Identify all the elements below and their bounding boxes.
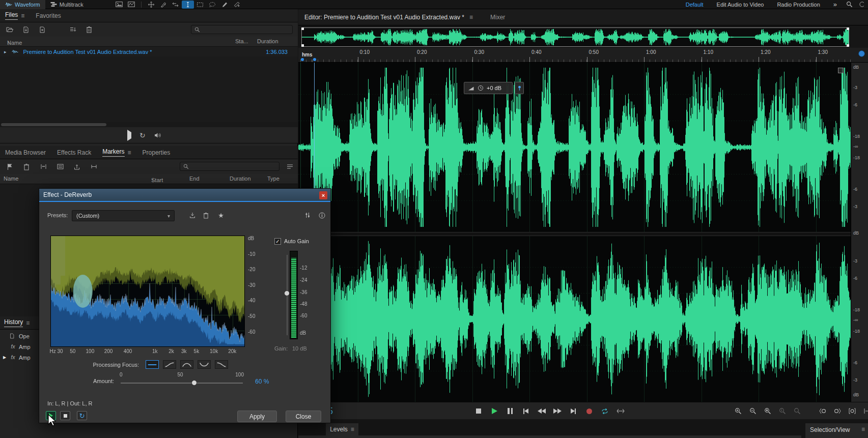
pause-button[interactable] xyxy=(504,405,516,417)
files-search-field[interactable] xyxy=(191,25,293,34)
amplitude-scale[interactable]: dB-3-6-18-∞-18-6-3dB-3-6-18-∞-18-6-3dB xyxy=(851,63,868,402)
move-playhead-to-next-button[interactable] xyxy=(567,405,579,417)
move-tool-button[interactable] xyxy=(145,1,157,9)
dialog-close-button[interactable]: × xyxy=(319,191,327,199)
selection-start-handle[interactable] xyxy=(301,58,304,61)
tab-editor[interactable]: Editor: Premiere to Audition Test v01 Au… xyxy=(304,14,464,21)
zoom-in-left-edge-button[interactable] xyxy=(817,405,829,417)
hud-gain-value[interactable]: +0 dB xyxy=(487,85,501,91)
razor-tool-button[interactable] xyxy=(157,1,170,9)
insert-into-multitrack-button[interactable] xyxy=(67,25,78,34)
waveform-canvas[interactable] xyxy=(298,63,851,402)
workspace-overflow-button[interactable]: » xyxy=(833,1,837,8)
stop-button[interactable] xyxy=(472,405,485,417)
effect-preview-loop-button[interactable]: ↻ xyxy=(77,411,87,420)
zoom-out-amplitude-button[interactable] xyxy=(791,405,803,417)
selection-handle[interactable] xyxy=(847,44,849,47)
paintbrush-selection-tool-button[interactable] xyxy=(218,1,231,9)
tab-favorites[interactable]: Favorites xyxy=(36,9,61,22)
dialog-title-bar[interactable]: Effect - DeReverb xyxy=(39,189,330,202)
auto-play-speaker-button[interactable] xyxy=(154,132,161,138)
delete-preset-button[interactable] xyxy=(201,211,210,220)
focus-all-frequencies-button[interactable] xyxy=(146,360,159,369)
tab-media-browser[interactable]: Media Browser xyxy=(5,146,46,159)
markers-col-end[interactable]: End xyxy=(189,176,200,182)
tab-levels[interactable]: Levels ≡ xyxy=(326,423,358,435)
zoom-to-selection-button[interactable] xyxy=(762,405,774,417)
move-playhead-to-previous-button[interactable] xyxy=(520,405,532,417)
close-button[interactable]: Close xyxy=(286,411,321,422)
new-file-button[interactable] xyxy=(37,25,48,34)
panel-menu-icon[interactable]: ≡ xyxy=(128,149,131,156)
multitrack-view-button[interactable]: Multitrack xyxy=(45,0,89,9)
panel-menu-icon[interactable]: ≡ xyxy=(861,426,865,433)
panel-menu-icon[interactable]: ≡ xyxy=(351,426,354,433)
markers-col-type[interactable]: Type xyxy=(267,176,279,182)
rewind-button[interactable] xyxy=(536,405,548,417)
expand-chevron-icon[interactable]: ▸ xyxy=(4,49,7,54)
focus-low-high-frequencies-button[interactable] xyxy=(198,360,211,369)
files-col-duration[interactable]: Duration xyxy=(257,38,278,44)
tab-history[interactable]: History ≡ xyxy=(4,318,30,327)
zoom-in-button[interactable] xyxy=(732,405,744,417)
panel-menu-icon[interactable]: ≡ xyxy=(21,12,24,19)
files-horizontal-scrollbar[interactable] xyxy=(0,122,298,127)
amount-slider-knob[interactable] xyxy=(191,380,197,386)
play-button[interactable] xyxy=(488,405,500,417)
lasso-selection-tool-button[interactable] xyxy=(206,1,218,9)
markers-col-name[interactable]: Name xyxy=(4,176,18,182)
tab-mixer[interactable]: Mixer xyxy=(490,14,505,21)
hud-pin-button[interactable] xyxy=(515,82,524,94)
export-markers-button[interactable] xyxy=(71,162,82,171)
markers-search-field[interactable] xyxy=(180,162,279,171)
spectral-frequency-toggle-button[interactable] xyxy=(113,1,125,9)
save-preset-button[interactable] xyxy=(188,211,197,220)
time-selection-tool-button[interactable] xyxy=(182,1,194,9)
spectral-pitch-toggle-button[interactable] xyxy=(125,1,137,9)
workspace-edit-audio-to-video-button[interactable]: Edit Audio to Video xyxy=(717,2,764,8)
zoom-out-button[interactable] xyxy=(747,405,759,417)
files-list-empty-area[interactable] xyxy=(0,56,298,122)
playhead-handle[interactable] xyxy=(313,58,316,61)
loop-playback-button[interactable] xyxy=(599,405,611,417)
markers-list-options-button[interactable] xyxy=(284,162,295,171)
markers-search-input[interactable] xyxy=(191,163,276,169)
spot-healing-brush-tool-button[interactable] xyxy=(231,1,243,9)
ruler-options-button[interactable] xyxy=(858,50,865,57)
workspace-radio-production-button[interactable]: Radio Production xyxy=(777,2,820,8)
fast-forward-button[interactable] xyxy=(551,405,564,417)
open-file-button[interactable] xyxy=(4,25,15,34)
merge-markers-button[interactable] xyxy=(38,162,49,171)
amount-slider-track[interactable] xyxy=(121,383,243,384)
selection-handle[interactable] xyxy=(847,27,849,30)
delete-marker-button[interactable] xyxy=(21,162,32,171)
info-icon[interactable] xyxy=(317,211,326,220)
zoom-reset-button[interactable] xyxy=(861,405,868,417)
insert-markers-into-playlist-button[interactable] xyxy=(54,162,66,171)
record-button[interactable] xyxy=(583,405,595,417)
tab-properties[interactable]: Properties xyxy=(143,146,171,159)
workspace-default-button[interactable]: Default xyxy=(686,2,704,8)
scrollbar-thumb[interactable] xyxy=(1,123,106,126)
preview-play-button[interactable] xyxy=(127,132,131,138)
wave-corner-widget-icon[interactable] xyxy=(838,68,844,73)
delete-file-button[interactable] xyxy=(83,25,95,34)
toolbar-cropped-icon[interactable] xyxy=(859,1,864,8)
file-list-item[interactable]: ▸ Premiere to Audition Test v01 Audio Ex… xyxy=(0,47,298,56)
panel-menu-icon[interactable]: ≡ xyxy=(26,319,30,327)
effect-preview-stop-button[interactable] xyxy=(60,411,70,420)
focus-mid-frequencies-button[interactable] xyxy=(180,360,193,369)
add-marker-button[interactable] xyxy=(4,162,15,171)
overview-waveform-canvas[interactable] xyxy=(302,28,849,46)
tab-files[interactable]: Files ≡ xyxy=(5,9,24,22)
import-file-button[interactable] xyxy=(20,25,32,34)
dereverb-frequency-graph[interactable] xyxy=(50,236,245,347)
marquee-selection-tool-button[interactable] xyxy=(194,1,206,9)
slip-tool-button[interactable] xyxy=(170,1,182,9)
zoom-full-button[interactable] xyxy=(846,405,858,417)
marker-range-button[interactable] xyxy=(88,162,99,171)
waveform-view-button[interactable]: Waveform xyxy=(0,0,45,9)
tab-markers[interactable]: Markers ≡ xyxy=(102,146,131,159)
volume-hud[interactable]: +0 dB xyxy=(464,82,513,94)
files-col-status[interactable]: Sta... xyxy=(235,38,248,44)
